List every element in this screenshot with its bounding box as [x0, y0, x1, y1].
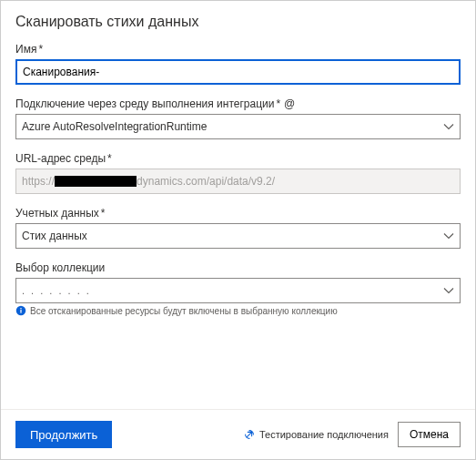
runtime-select[interactable]: Azure AutoResolveIntegrationRuntime [15, 114, 461, 139]
url-label-text: URL-адрес среды [15, 152, 106, 165]
collection-value: . . . . . . . . [22, 285, 91, 296]
field-credentials: Учетных данных* Стих данных [15, 207, 461, 249]
collection-select[interactable]: . . . . . . . . [15, 278, 461, 303]
required-marker: * [101, 207, 106, 220]
chevron-down-icon [443, 121, 454, 132]
name-input[interactable] [15, 59, 461, 85]
field-collection: Выбор коллекции . . . . . . . . Все отск… [15, 261, 461, 316]
svg-rect-1 [20, 310, 21, 313]
field-name: Имя* [15, 43, 461, 85]
url-suffix: dynamics.com/api/data/v9.2/ [137, 175, 275, 188]
connection-icon [243, 428, 256, 441]
runtime-value: Azure AutoResolveIntegrationRuntime [22, 120, 207, 133]
chevron-down-icon [443, 230, 454, 241]
name-label: Имя* [15, 43, 461, 56]
info-icon [15, 305, 26, 316]
credentials-select[interactable]: Стих данных [15, 223, 461, 249]
runtime-label-text: Подключение через среду выполнения интег… [15, 97, 274, 110]
credentials-label-text: Учетных данных [15, 207, 99, 220]
dialog-title: Сканировать стихи данных [15, 14, 461, 30]
url-prefix: https:// [22, 175, 55, 188]
required-marker: * [276, 97, 280, 110]
chevron-down-icon [443, 285, 454, 296]
name-label-text: Имя [15, 43, 36, 56]
required-marker: * [107, 152, 112, 165]
test-connection-label: Тестирование подключения [259, 429, 389, 440]
field-runtime: Подключение через среду выполнения интег… [15, 97, 461, 139]
runtime-label: Подключение через среду выполнения интег… [15, 97, 461, 110]
collection-info: Все отсканированные ресурсы будут включе… [15, 305, 461, 316]
url-label: URL-адрес среды * [15, 152, 461, 165]
url-input: https://dynamics.com/api/data/v9.2/ [15, 169, 461, 194]
test-connection-link[interactable]: Тестирование подключения [243, 428, 389, 441]
cancel-button[interactable]: Отмена [398, 422, 461, 447]
dialog-footer: Продолжить Тестирование подключения Отме… [1, 409, 475, 459]
field-url: URL-адрес среды * https://dynamics.com/a… [15, 152, 461, 194]
continue-button[interactable]: Продолжить [15, 421, 112, 448]
info-at-icon: @ [284, 97, 295, 110]
credentials-value: Стих данных [22, 230, 87, 242]
credentials-label: Учетных данных* [15, 207, 461, 220]
svg-rect-2 [20, 308, 21, 309]
collection-info-text: Все отсканированные ресурсы будут включе… [30, 306, 338, 316]
required-marker: * [38, 43, 43, 56]
collection-label-text: Выбор коллекции [15, 261, 105, 274]
collection-label: Выбор коллекции [15, 261, 461, 274]
url-redacted [55, 176, 137, 187]
